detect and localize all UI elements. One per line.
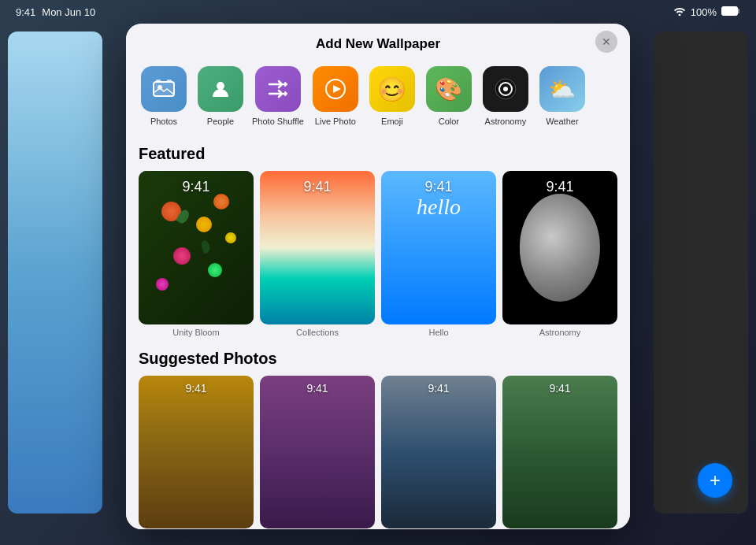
- emoji-icon: 😊: [369, 66, 415, 112]
- suggested-sheep[interactable]: 9:41: [502, 376, 617, 529]
- weather-icon: ⛅: [539, 66, 585, 112]
- collections-time: 9:41: [260, 179, 375, 195]
- svg-point-13: [503, 87, 508, 91]
- wallpaper-type-row: Photos People Photo Shuffle: [126, 60, 630, 135]
- suggested-title: Suggested Photos: [139, 350, 617, 368]
- hello-time: 9:41: [381, 179, 496, 195]
- modal-header: Add New Wallpaper ✕: [126, 24, 630, 60]
- battery-text: 100%: [691, 6, 717, 18]
- type-color-label: Color: [439, 117, 459, 126]
- type-weather[interactable]: ⛅ Weather: [537, 66, 587, 126]
- photos-icon: [141, 66, 187, 112]
- featured-section: Featured: [139, 145, 617, 337]
- featured-hello[interactable]: 9:41 hello Hello: [381, 171, 496, 337]
- svg-rect-7: [167, 80, 172, 83]
- type-photos-label: Photos: [150, 117, 177, 126]
- suggested-grid: 9:41 9:41 9:41 9:41: [139, 376, 617, 529]
- wifi-icon: [673, 6, 686, 18]
- add-wallpaper-modal: Add New Wallpaper ✕ Photos: [126, 24, 630, 529]
- suggested-purple[interactable]: 9:41: [260, 376, 375, 529]
- type-shuffle-label: Photo Shuffle: [252, 117, 304, 126]
- add-wallpaper-button[interactable]: +: [698, 463, 732, 498]
- collections-label: Collections: [260, 328, 375, 337]
- moon-graphic: [520, 194, 600, 301]
- hello-preview: 9:41 hello: [381, 171, 496, 324]
- left-wallpaper-preview[interactable]: [8, 32, 102, 513]
- suggested-ocean[interactable]: 9:41: [381, 376, 496, 529]
- type-emoji[interactable]: 😊 Emoji: [367, 66, 417, 126]
- featured-title: Featured: [139, 145, 617, 163]
- unity-bloom-label: Unity Bloom: [139, 328, 254, 337]
- astronomy-time: 9:41: [502, 179, 617, 195]
- svg-marker-10: [333, 85, 341, 93]
- astronomy-preview: 9:41: [502, 171, 617, 324]
- desert-time: 9:41: [139, 382, 254, 395]
- hello-text: hello: [381, 195, 496, 220]
- featured-grid: 9:41 Unity Bloom 9:41 Collections 9:41 h…: [139, 171, 617, 337]
- svg-rect-4: [154, 82, 174, 96]
- svg-rect-2: [738, 9, 739, 13]
- type-astronomy-label: Astronomy: [485, 117, 527, 126]
- suggested-section: Suggested Photos 9:41 9:41 9:41 9:41: [139, 350, 617, 529]
- type-color[interactable]: 🎨 Color: [424, 66, 474, 126]
- status-date: Mon Jun 10: [42, 6, 95, 18]
- type-emoji-label: Emoji: [381, 117, 403, 126]
- color-icon: 🎨: [426, 66, 472, 112]
- type-people-label: People: [207, 117, 234, 126]
- type-photos[interactable]: Photos: [139, 66, 189, 126]
- featured-unity-bloom[interactable]: 9:41 Unity Bloom: [139, 171, 254, 337]
- modal-scroll-content[interactable]: Featured: [126, 135, 630, 529]
- type-astronomy[interactable]: Astronomy: [480, 66, 531, 126]
- modal-title: Add New Wallpaper: [316, 36, 440, 52]
- type-live-label: Live Photo: [315, 117, 356, 126]
- hello-label: Hello: [381, 328, 496, 337]
- svg-rect-6: [156, 80, 161, 83]
- live-icon: [313, 66, 358, 112]
- shuffle-icon: [255, 66, 301, 112]
- collections-preview: 9:41: [260, 171, 375, 324]
- astronomy-label: Astronomy: [502, 328, 617, 337]
- sheep-time: 9:41: [502, 382, 617, 395]
- purple-time: 9:41: [260, 382, 375, 395]
- right-wallpaper-preview[interactable]: [654, 32, 748, 513]
- status-time: 9:41: [16, 6, 35, 18]
- suggested-desert[interactable]: 9:41: [139, 376, 254, 529]
- type-live[interactable]: Live Photo: [310, 66, 361, 126]
- type-weather-label: Weather: [546, 117, 578, 126]
- astronomy-icon: [483, 66, 528, 112]
- status-bar: 9:41 Mon Jun 10 100%: [0, 6, 756, 18]
- svg-point-0: [678, 14, 680, 17]
- svg-rect-1: [722, 7, 738, 16]
- type-people[interactable]: People: [195, 66, 246, 126]
- battery-icon: [721, 6, 740, 18]
- type-shuffle[interactable]: Photo Shuffle: [252, 66, 304, 126]
- close-button[interactable]: ✕: [595, 31, 617, 53]
- people-icon: [198, 66, 243, 112]
- featured-collections[interactable]: 9:41 Collections: [260, 171, 375, 337]
- ocean-time: 9:41: [381, 382, 496, 395]
- unity-bloom-preview: 9:41: [139, 171, 254, 324]
- svg-point-8: [217, 82, 224, 90]
- featured-astronomy[interactable]: 9:41 Astronomy: [502, 171, 617, 337]
- unity-bloom-time: 9:41: [139, 179, 254, 195]
